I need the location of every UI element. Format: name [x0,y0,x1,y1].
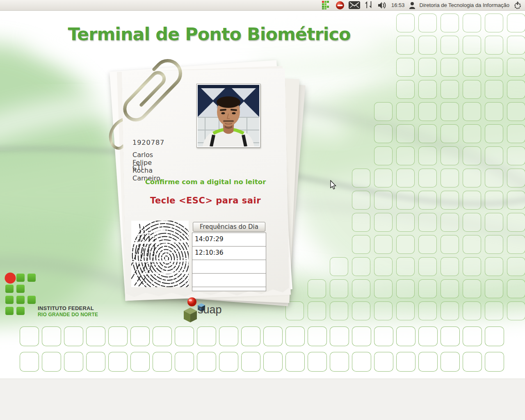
exit-message: Tecle <ESC> para sair [124,196,287,205]
employee-sector: CTI [132,164,143,171]
volume-icon[interactable] [377,0,387,10]
mail-icon[interactable] [349,0,360,10]
frequencies-header[interactable]: Frequências do Dia [193,222,265,232]
frequency-row: 14:07:29 [192,233,266,247]
frequency-row [192,260,266,274]
mouse-cursor [330,180,337,192]
suap-app-icon[interactable] [322,0,331,10]
frequencies-table: 14:07:29 12:10:36 [192,233,266,291]
frequency-row-partial [192,287,266,291]
employee-photo [196,84,260,148]
page-title: Terminal de Ponto Biométrico [62,24,357,44]
do-not-disturb-icon[interactable] [336,0,345,10]
suap-logo: suap [180,297,245,323]
institution-state: RIO GRANDE DO NORTE [38,312,98,317]
user-icon [409,0,415,10]
fingerprint-image [131,221,189,287]
session-power-icon[interactable] [514,0,522,10]
desktop-area [0,379,525,420]
suap-app-icon-glyph [322,0,331,10]
instruction-message: Confirme com a digital no leitor [124,178,287,186]
user-menu[interactable]: Diretoria de Tecnologia da Informação [420,2,509,8]
top-panel: 16:53 Diretoria de Tecnologia da Informa… [0,0,525,11]
frequency-row [192,274,266,287]
clock[interactable]: 16:53 [391,2,405,8]
institution-name: INSTITUTO FEDERAL [38,305,94,311]
frequency-row: 12:10:36 [192,247,266,260]
network-arrows-icon[interactable] [364,0,373,10]
suap-label: suap [198,304,222,316]
